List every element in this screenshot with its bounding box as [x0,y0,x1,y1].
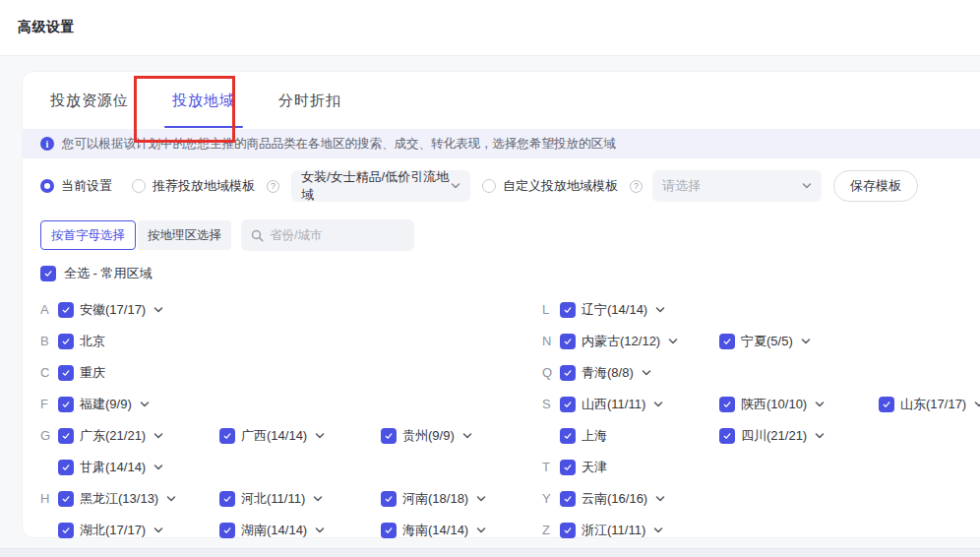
chevron-down-icon[interactable] [974,400,980,409]
checkbox-checked-icon[interactable] [58,428,74,444]
region-item[interactable]: 安徽(17/17) [58,301,219,319]
chevron-down-icon[interactable] [801,337,811,346]
region-item[interactable]: 河南(18/18) [381,490,542,508]
save-template-button[interactable]: 保存模板 [833,170,918,202]
region-item[interactable]: 陕西(10/10) [719,396,879,413]
letter-group-A: A安徽(17/17) [40,294,542,326]
checkbox-checked-icon[interactable] [40,266,56,281]
checkbox-checked-icon[interactable] [719,428,735,444]
region-name: 河南(18/18) [402,490,468,508]
chevron-down-icon[interactable] [166,494,176,504]
checkbox-checked-icon[interactable] [560,491,576,507]
region-item[interactable]: 青海(8/8) [560,364,719,382]
region-item[interactable]: 山东(17/17) [879,396,980,413]
chevron-down-icon[interactable] [153,526,163,535]
letter-items: 云南(16/16) [560,483,980,515]
region-item[interactable]: 海南(14/14) [381,522,542,539]
mode-by-region-button[interactable]: 按地理区选择 [138,220,231,250]
chevron-down-icon[interactable] [153,431,163,441]
checkbox-checked-icon[interactable] [560,460,576,475]
checkbox-checked-icon[interactable] [719,397,735,412]
letter-label: C [40,357,58,389]
radio-custom-template[interactable]: 自定义投放地域模板 ? [482,177,643,195]
chevron-down-icon[interactable] [815,400,825,409]
chevron-down-icon[interactable] [462,431,472,441]
checkbox-checked-icon[interactable] [58,365,74,381]
checkbox-checked-icon[interactable] [58,302,74,318]
checkbox-checked-icon[interactable] [560,523,576,538]
tab-time-discount[interactable]: 分时折扣 [269,72,351,129]
chevron-down-icon[interactable] [655,494,665,504]
checkbox-checked-icon[interactable] [560,365,576,381]
checkbox-checked-icon[interactable] [560,334,576,349]
checkbox-checked-icon[interactable] [381,491,397,507]
chevron-down-icon[interactable] [653,400,663,409]
checkbox-checked-icon[interactable] [879,397,894,412]
chevron-down-icon[interactable] [815,431,825,441]
select-all-row[interactable]: 全选 - 常用区域 [40,265,980,282]
chevron-down-icon[interactable] [653,526,663,535]
chevron-down-icon[interactable] [642,368,651,378]
chevron-down-icon[interactable] [153,305,163,315]
radio-recommended-template[interactable]: 推荐投放地域模板 ? [132,177,279,195]
region-item[interactable]: 广西(14/14) [219,427,381,445]
checkbox-checked-icon[interactable] [381,523,397,538]
region-item[interactable]: 山西(11/11) [560,396,719,413]
checkbox-checked-icon[interactable] [58,523,74,538]
region-item[interactable]: 河北(11/11) [219,490,381,508]
region-item[interactable]: 重庆 [58,364,219,382]
region-item[interactable]: 甘肃(14/14) [58,459,219,476]
checkbox-checked-icon[interactable] [219,428,235,444]
radio-icon[interactable] [482,179,496,193]
region-item[interactable]: 云南(16/16) [560,490,719,508]
help-icon[interactable]: ? [630,180,643,193]
region-item[interactable]: 福建(9/9) [58,396,219,413]
region-search-input[interactable] [270,228,388,242]
checkbox-checked-icon[interactable] [560,397,576,412]
checkbox-checked-icon[interactable] [58,334,74,349]
region-item[interactable]: 四川(21/21) [719,427,879,445]
chevron-down-icon[interactable] [315,526,325,535]
region-item[interactable]: 广东(21/21) [58,427,219,445]
radio-current-settings[interactable]: 当前设置 [40,177,112,195]
tab-placement-resources[interactable]: 投放资源位 [40,72,139,129]
checkbox-checked-icon[interactable] [58,460,74,475]
region-item[interactable]: 宁夏(5/5) [719,333,879,350]
chevron-down-icon[interactable] [476,526,486,535]
checkbox-checked-icon[interactable] [58,491,74,507]
help-icon[interactable]: ? [267,180,279,193]
recommended-template-dropdown[interactable]: 女装/女士精品/低价引流地域 [291,170,470,202]
checkbox-checked-icon[interactable] [560,302,576,318]
region-search-box[interactable] [241,219,414,251]
checkbox-checked-icon[interactable] [219,491,235,507]
checkbox-checked-icon[interactable] [381,428,397,444]
letter-label: N [542,326,560,357]
region-item[interactable]: 北京 [58,333,219,350]
mode-by-letter-button[interactable]: 按首字母选择 [40,220,136,250]
region-item[interactable]: 辽宁(14/14) [560,301,719,319]
checkbox-checked-icon[interactable] [560,428,576,444]
chevron-down-icon[interactable] [313,494,323,504]
region-item[interactable]: 湖南(14/14) [219,522,381,539]
checkbox-checked-icon[interactable] [58,397,74,412]
custom-template-dropdown[interactable]: 请选择 [652,170,822,202]
chevron-down-icon[interactable] [315,431,325,441]
region-item[interactable]: 黑龙江(13/13) [58,490,219,508]
region-item[interactable]: 天津 [560,459,719,476]
radio-icon[interactable] [132,179,146,193]
chevron-down-icon[interactable] [668,337,678,346]
chevron-down-icon[interactable] [153,463,163,472]
region-item[interactable]: 湖北(17/17) [58,522,219,539]
checkbox-checked-icon[interactable] [219,523,235,538]
radio-icon[interactable] [40,179,54,193]
chevron-down-icon[interactable] [655,305,665,315]
chevron-down-icon[interactable] [476,494,486,504]
tab-placement-region[interactable]: 投放地域 [162,72,245,129]
chevron-down-icon[interactable] [140,400,150,409]
region-item[interactable]: 内蒙古(12/12) [560,333,719,350]
region-name: 湖北(17/17) [80,522,146,539]
checkbox-checked-icon[interactable] [719,334,735,349]
region-item[interactable]: 贵州(9/9) [381,427,542,445]
region-item[interactable]: 上海 [560,427,719,445]
region-item[interactable]: 浙江(11/11) [560,522,719,539]
